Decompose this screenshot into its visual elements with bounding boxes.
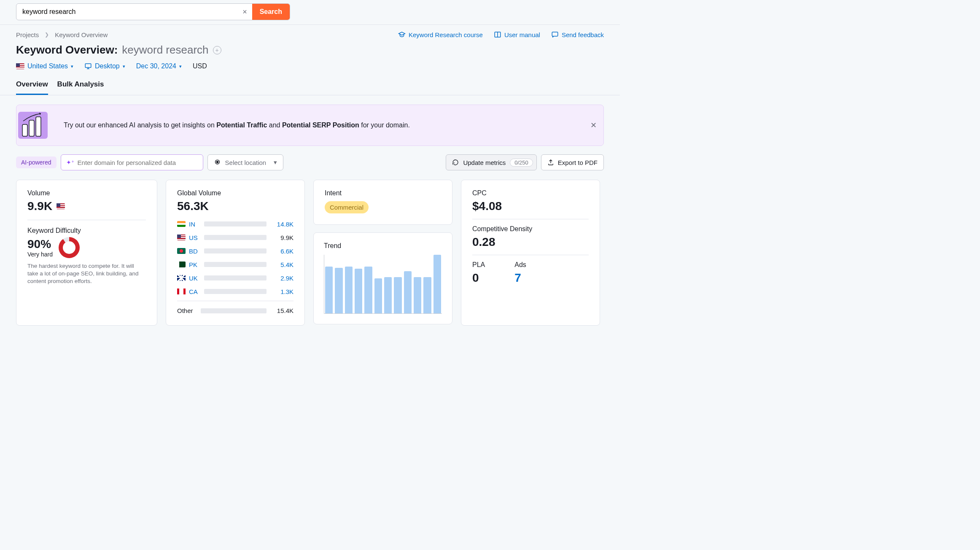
svg-rect-7 — [22, 124, 27, 136]
desktop-icon — [84, 62, 92, 70]
add-keyword-icon[interactable]: + — [213, 46, 221, 54]
ai-powered-badge: AI-powered — [16, 156, 57, 168]
trend-bar — [325, 267, 333, 313]
page-keyword: keyword research — [122, 43, 208, 57]
trend-bar — [394, 277, 401, 313]
us-flag-icon — [16, 63, 24, 69]
gv-row-us[interactable]: US 9.9K — [177, 231, 293, 244]
gv-row-bd[interactable]: BD 6.6K — [177, 244, 293, 258]
search-box: × Search — [16, 3, 290, 20]
course-link[interactable]: Keyword Research course — [398, 31, 483, 38]
intent-label: Intent — [325, 189, 441, 197]
ads-value[interactable]: 7 — [514, 271, 526, 285]
pk-flag-icon — [177, 262, 186, 267]
graduation-cap-icon — [398, 31, 406, 38]
us-flag-icon — [177, 235, 186, 240]
banner-text: Try out our enhanced AI analysis to get … — [64, 121, 410, 129]
trend-bar — [404, 271, 412, 313]
kd-label: Keyword Difficulty — [27, 227, 146, 235]
gv-value: 14.8K — [270, 221, 293, 228]
tab-bulk-analysis[interactable]: Bulk Analysis — [57, 80, 104, 95]
update-metrics-button[interactable]: Update metrics 0/250 — [446, 154, 536, 170]
gv-value: 6.6K — [270, 248, 293, 255]
search-input[interactable] — [16, 8, 238, 16]
trend-bar — [345, 267, 353, 313]
trend-card: Trend — [313, 232, 452, 324]
gv-row-ca[interactable]: CA 1.3K — [177, 285, 293, 298]
svg-rect-9 — [36, 117, 41, 136]
trend-bar — [335, 268, 342, 313]
other-label: Other — [177, 307, 197, 314]
global-volume-card: Global Volume 56.3K IN 14.8K US 9.9K BD … — [166, 180, 305, 326]
trend-bar — [414, 277, 421, 313]
country-code: US — [189, 234, 201, 241]
trend-bar — [355, 269, 362, 313]
global-volume-value: 56.3K — [177, 200, 293, 213]
svg-rect-2 — [552, 32, 558, 36]
gv-row-pk[interactable]: PK 5.4K — [177, 258, 293, 271]
page-title: Keyword Overview: — [16, 43, 118, 57]
device-filter[interactable]: Desktop ▾ — [84, 62, 125, 70]
svg-rect-8 — [29, 120, 34, 136]
domain-input-wrap: ✦⁺ — [61, 154, 203, 170]
cpc-card: CPC $4.08 Competitive Density 0.28 PLA 0… — [461, 180, 600, 326]
ai-banner-icon — [16, 111, 49, 140]
gv-row-uk[interactable]: UK 2.9K — [177, 271, 293, 285]
country-code: UK — [189, 275, 201, 282]
update-count-badge: 0/250 — [510, 159, 533, 167]
close-icon[interactable]: ✕ — [590, 121, 597, 130]
in-flag-icon — [177, 221, 186, 227]
location-select[interactable]: Select location ▾ — [207, 154, 284, 170]
country-filter[interactable]: United States ▾ — [16, 62, 73, 70]
gv-row-in[interactable]: IN 14.8K — [177, 217, 293, 231]
ads-label: Ads — [514, 261, 526, 269]
breadcrumb: Projects ❯ Keyword Overview — [16, 31, 108, 38]
pla-value: 0 — [472, 271, 485, 285]
book-icon — [494, 31, 501, 38]
country-code: CA — [189, 288, 201, 295]
kd-donut-icon — [59, 237, 80, 258]
chevron-down-icon: ▾ — [179, 64, 182, 69]
search-button[interactable]: Search — [252, 4, 290, 20]
trend-bar — [364, 267, 372, 313]
volume-label: Volume — [27, 189, 146, 197]
trend-bar — [384, 277, 392, 313]
ca-flag-icon — [177, 288, 186, 294]
trend-bar — [433, 255, 441, 313]
cd-label: Competitive Density — [472, 225, 589, 233]
kd-level: Very hard — [27, 251, 53, 258]
breadcrumb-projects[interactable]: Projects — [16, 31, 39, 38]
pla-label: PLA — [472, 261, 485, 269]
volume-value: 9.9K — [27, 200, 52, 213]
svg-point-11 — [216, 161, 218, 162]
global-volume-label: Global Volume — [177, 189, 293, 197]
gv-value: 5.4K — [270, 261, 293, 268]
gv-value: 9.9K — [270, 234, 293, 241]
sparkle-icon: ✦⁺ — [66, 159, 74, 166]
trend-bar — [423, 277, 431, 313]
chat-icon — [551, 31, 559, 38]
trend-label: Trend — [324, 242, 442, 250]
volume-card: Volume 9.9K Keyword Difficulty 90% Very … — [16, 180, 157, 326]
kd-value: 90% — [27, 237, 53, 251]
trend-chart — [324, 255, 442, 314]
tab-overview[interactable]: Overview — [16, 80, 48, 95]
intent-card: Intent Commercial — [313, 180, 452, 225]
manual-link[interactable]: User manual — [494, 31, 540, 38]
export-pdf-button[interactable]: Export to PDF — [541, 154, 604, 170]
cpc-value: $4.08 — [472, 200, 589, 213]
ai-banner: Try out our enhanced AI analysis to get … — [16, 105, 604, 146]
clear-search-icon[interactable]: × — [238, 8, 252, 16]
trend-bar — [374, 278, 382, 313]
domain-input[interactable] — [78, 159, 198, 166]
gv-value: 2.9K — [270, 275, 293, 282]
bd-flag-icon — [177, 248, 186, 254]
chevron-right-icon: ❯ — [45, 32, 49, 38]
chevron-down-icon: ▾ — [274, 159, 277, 166]
feedback-link[interactable]: Send feedback — [551, 31, 604, 38]
pin-icon — [214, 159, 221, 166]
export-icon — [547, 159, 554, 166]
svg-rect-3 — [85, 64, 91, 67]
breadcrumb-current: Keyword Overview — [55, 31, 108, 38]
date-filter[interactable]: Dec 30, 2024 ▾ — [136, 62, 182, 70]
